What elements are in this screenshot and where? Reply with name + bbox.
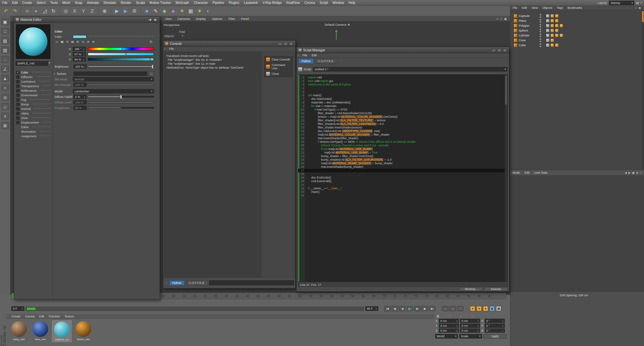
texture-expand-icon[interactable]: ▸: [54, 73, 55, 75]
y-axis-lock-icon[interactable]: Y: [79, 7, 87, 15]
add-physical-sky-icon[interactable]: ◐: [204, 7, 212, 15]
viewport-menu-display[interactable]: Display: [194, 17, 208, 21]
hue-value-field[interactable]: 185 °▴▾: [73, 47, 86, 51]
x-axis-lock-icon[interactable]: X: [71, 7, 79, 15]
edges-mode-icon[interactable]: ∠: [1, 65, 9, 73]
last-tools-icon[interactable]: ◎: [62, 7, 70, 15]
visibility-dots[interactable]: [540, 33, 541, 37]
add-spline-icon[interactable]: ✎: [152, 7, 160, 15]
material-editor-titlebar[interactable]: Material Editor ◀ ▶: [14, 17, 160, 23]
object-row-plane[interactable]: Plane: [510, 18, 642, 23]
phong-tag-icon[interactable]: [546, 24, 550, 28]
world-dropdown[interactable]: World▾: [435, 334, 458, 339]
texture-tag-icon[interactable]: [555, 33, 559, 37]
texture-tag-icon[interactable]: [550, 33, 554, 37]
render-view-icon[interactable]: ▶: [113, 7, 121, 15]
menu-animate[interactable]: Animate: [85, 0, 101, 5]
viewport-menu-options[interactable]: Options: [209, 17, 225, 21]
interface-palette-icon[interactable]: ▤: [636, 1, 639, 5]
script-tab-python[interactable]: Python: [298, 59, 314, 64]
make-editable-icon[interactable]: ▣: [1, 18, 9, 25]
eyedropper-icon[interactable]: ✎: [149, 40, 153, 44]
menu-mesh[interactable]: Mesh: [60, 0, 73, 5]
add-generator-icon[interactable]: ◆: [160, 7, 168, 15]
next-key-button[interactable]: |▶: [422, 306, 428, 311]
code-line-23[interactable]: 23 bump_shader = filter_shader.GetClone(…: [298, 154, 507, 158]
coordinate-system-icon[interactable]: ⊕: [101, 7, 109, 15]
timeline-slider[interactable]: [26, 307, 364, 311]
texture-mode-icon[interactable]: ▨: [1, 37, 9, 44]
channel-glow[interactable]: Glow: [14, 116, 53, 120]
goto-end-button[interactable]: ▶|: [429, 306, 436, 311]
code-scrollbar[interactable]: [505, 75, 507, 282]
console-output[interactable]: Traceback (most recent call last): File …: [164, 52, 262, 278]
channel-checkbox[interactable]: ✓: [16, 71, 20, 74]
code-line-32[interactable]: 32if __name__=='__main__':: [298, 187, 507, 190]
script-manager-menu-file[interactable]: File: [300, 53, 310, 57]
apply-button[interactable]: Apply: [483, 334, 507, 339]
texture-tag-icon[interactable]: [550, 29, 554, 33]
model-mode-icon[interactable]: □: [1, 28, 9, 35]
menu-select[interactable]: Select: [34, 0, 48, 5]
material-flower-c4d[interactable]: flower_c4d: [74, 320, 93, 342]
previous-frame-button[interactable]: ◀: [399, 306, 406, 311]
minimize-icon[interactable]: –: [278, 42, 282, 46]
material-blue-c4d[interactable]: blue_c4d: [31, 320, 50, 342]
code-line-16[interactable]: 16 doc.AddUndo(c4d.UNDOTYPE_CHANGE, mat): [298, 129, 507, 133]
brightness-slider[interactable]: [88, 66, 154, 67]
code-line-8[interactable]: 8 materials = doc.GetMaterials(): [298, 101, 507, 104]
object-manager-menu-file[interactable]: File: [510, 6, 520, 10]
code-line-3[interactable]: 3#Welcome to the world of Python: [298, 83, 507, 86]
channel-fog[interactable]: Fog: [14, 98, 53, 102]
keyframe-position-icon[interactable]: ●: [470, 306, 475, 311]
position-x-field[interactable]: 0 cm▴▾: [439, 319, 459, 323]
undo-icon[interactable]: ↶: [2, 7, 10, 15]
workplane-icon[interactable]: #: [1, 113, 9, 120]
maximize-icon[interactable]: □: [497, 48, 502, 52]
menu-help[interactable]: Help: [346, 0, 358, 5]
clear-console-button[interactable]: Clear Console: [264, 56, 293, 63]
texture-tag-icon[interactable]: [550, 14, 554, 18]
channel-bump[interactable]: Bump: [14, 102, 53, 107]
rotate-tool-icon[interactable]: ↻: [49, 7, 58, 15]
texture-tag-icon[interactable]: [555, 43, 559, 47]
value-value-field[interactable]: 94 %▴▾: [73, 57, 86, 61]
size-x-field[interactable]: 0 cm▴▾: [460, 319, 480, 323]
current-frame-field[interactable]: 0 F▴▾: [11, 306, 24, 311]
channel-checkbox[interactable]: [16, 85, 20, 88]
menu-laubwerk[interactable]: Laubwerk: [242, 0, 260, 5]
workplane-mode-icon[interactable]: ▤: [1, 47, 9, 54]
script-dropdown[interactable]: untitled 2 *▾: [313, 67, 507, 72]
kelvin-icon[interactable]: K: [75, 40, 80, 44]
spectrum-icon[interactable]: ▦: [60, 40, 64, 44]
menu-create[interactable]: Create: [20, 0, 34, 5]
z-axis-lock-icon[interactable]: Z: [88, 7, 96, 15]
am-copy-icon[interactable]: ▣: [632, 171, 635, 174]
compact-mode-icon[interactable]: ▾: [91, 40, 96, 44]
texture-field[interactable]: [74, 72, 147, 76]
menu-render[interactable]: Render: [118, 0, 134, 5]
add-scene-icon[interactable]: ☀: [178, 7, 186, 15]
texture-tag-icon[interactable]: [555, 14, 559, 18]
texture-tag-icon[interactable]: [555, 24, 559, 28]
viewport-menu-icon[interactable]: ≡: [497, 17, 498, 20]
texture-tag-icon[interactable]: [559, 24, 563, 28]
texture-browse-button[interactable]: ...: [149, 72, 154, 76]
material-name-options-icon[interactable]: ▾: [49, 61, 50, 64]
channel-reflectance[interactable]: Reflectance: [14, 88, 53, 93]
script-tab-c-o-f-f-e-e[interactable]: C.O.F.F.E.E.: [315, 59, 338, 64]
phong-tag-icon[interactable]: [546, 29, 550, 33]
keyframe-scale-icon[interactable]: ●: [476, 306, 482, 311]
color-swatches-icon[interactable]: ▤: [70, 40, 75, 44]
object-manager-list[interactable]: CapsulePlanePolygonSphereCylinderConeCub…: [510, 10, 642, 170]
history-back-icon[interactable]: ◀: [148, 18, 152, 21]
texture-tag-icon[interactable]: [550, 24, 554, 28]
materials-menu-create[interactable]: Create: [9, 314, 23, 318]
channel-checkbox[interactable]: [16, 116, 20, 120]
materials-menu-corona[interactable]: Corona: [23, 314, 37, 318]
render-picture-viewer-icon[interactable]: ▶: [122, 7, 130, 15]
channel-luminance[interactable]: Luminance: [14, 79, 53, 84]
channel-checkbox[interactable]: [16, 112, 20, 115]
channel-checkbox[interactable]: [16, 94, 20, 97]
object-manager-menu-bookmarks[interactable]: Bookmarks: [565, 6, 584, 10]
